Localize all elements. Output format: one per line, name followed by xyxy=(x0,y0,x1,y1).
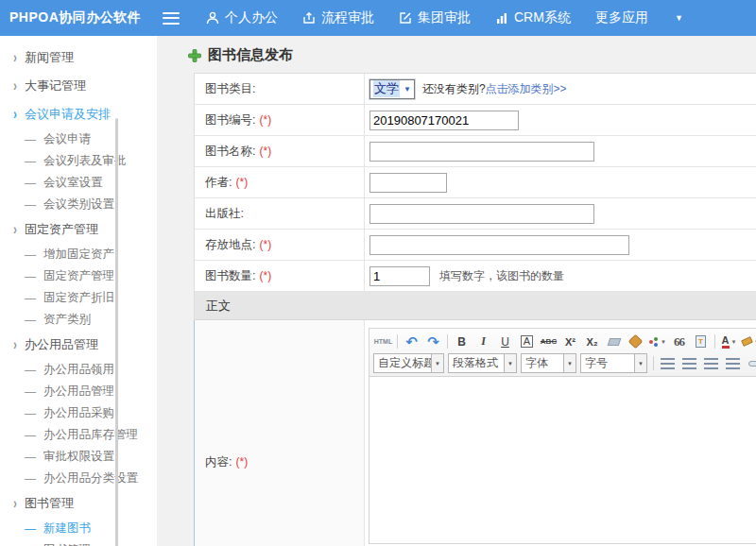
sidebar-item-label: 大事记管理 xyxy=(25,77,86,94)
sidebar-menu: ›新闻管理 ›大事记管理 ›会议申请及安排 —会议申请 —会议列表及审批 —会议… xyxy=(0,36,157,546)
edit-square-icon xyxy=(399,11,412,25)
sidebar-item-label: 新建图书 xyxy=(43,520,91,537)
paste-plain-icon[interactable]: T xyxy=(691,333,711,351)
font-size-select[interactable]: 字号▼ xyxy=(580,353,647,373)
nav-workflow-approval[interactable]: 流程审批 xyxy=(302,9,374,26)
more-apps-dropdown[interactable]: ▼ xyxy=(673,13,683,23)
custom-title-select[interactable]: 自定义标题▼ xyxy=(373,353,444,373)
book-number-input[interactable] xyxy=(369,111,519,130)
align-justify-icon[interactable] xyxy=(723,354,743,373)
editor-toolbar-row2: 自定义标题▼ 段落格式▼ 字体▼ 字号▼ xyxy=(372,352,756,374)
font-family-select[interactable]: 字体▼ xyxy=(521,353,576,373)
sidebar-item-supplies-category[interactable]: —办公用品分类设置 xyxy=(0,468,157,489)
eraser-icon[interactable] xyxy=(604,333,624,351)
html-source-button[interactable]: HTML xyxy=(373,333,393,351)
undo-icon[interactable]: ↶ xyxy=(402,333,421,351)
form-row-author: 作者:(*) xyxy=(195,167,756,198)
dash-icon: — xyxy=(25,292,36,305)
hamburger-menu-icon[interactable] xyxy=(163,12,180,25)
sidebar-item-label: 固定资产管理 xyxy=(25,221,98,238)
blockquote-icon[interactable]: 66 xyxy=(669,333,689,351)
book-form: 图书类目: 文学 ▼ 还没有类别? 点击添加类别>> 图书编号:(*) xyxy=(194,73,756,546)
quantity-input[interactable] xyxy=(369,266,430,286)
highlight-color-icon[interactable]: ▼ xyxy=(741,333,756,351)
page-title-text: 图书信息发布 xyxy=(208,46,293,64)
sidebar-item-meeting-category[interactable]: —会议类别设置 xyxy=(0,194,157,215)
nav-crm-system[interactable]: CRM系统 xyxy=(495,9,571,26)
sidebar-item-approval-permission[interactable]: —审批权限设置 xyxy=(0,446,157,468)
subscript-icon[interactable]: X₂ xyxy=(582,333,602,351)
sidebar-item-meeting-apply[interactable]: —会议申请 xyxy=(0,128,157,150)
underline-icon[interactable]: U xyxy=(495,333,515,351)
font-color-icon[interactable]: A▼ xyxy=(719,333,739,351)
dash-icon: — xyxy=(25,248,36,262)
sidebar-item-supplies-management[interactable]: —办公用品管理 xyxy=(0,381,157,402)
redo-icon[interactable]: ↷ xyxy=(423,333,443,351)
sidebar-item-asset-depreciation[interactable]: —固定资产折旧 xyxy=(0,287,157,309)
format-brush-icon[interactable] xyxy=(626,333,645,351)
align-left-icon[interactable] xyxy=(658,354,678,373)
chevron-right-icon: › xyxy=(13,221,17,238)
nav-label: 个人办公 xyxy=(225,9,278,26)
chevron-right-icon: › xyxy=(13,77,17,94)
page-title: 图书信息发布 xyxy=(188,46,756,64)
sidebar-item-new-book[interactable]: —新建图书 xyxy=(0,518,157,539)
sidebar-item-meeting-room[interactable]: —会议室设置 xyxy=(0,172,157,194)
publisher-input[interactable] xyxy=(369,204,594,224)
auto-format-icon[interactable]: ▼ xyxy=(647,333,667,351)
sidebar-item-asset-category[interactable]: —资产类别 xyxy=(0,309,157,331)
form-row-book-name: 图书名称:(*) xyxy=(195,136,756,167)
superscript-icon[interactable]: X² xyxy=(560,333,580,351)
sidebar-item-label: 固定资产管理 xyxy=(43,268,114,284)
chevron-right-icon: › xyxy=(13,336,17,353)
sidebar-item-supplies-claim[interactable]: —办公用品领用 xyxy=(0,359,157,381)
book-name-input[interactable] xyxy=(369,142,594,162)
author-input[interactable] xyxy=(369,173,447,193)
insert-link-icon[interactable] xyxy=(745,354,756,373)
autotypeset-icon[interactable]: A xyxy=(521,335,533,348)
sidebar-item-fixed-assets[interactable]: ›固定资产管理 xyxy=(0,215,157,244)
sidebar-item-supplies-purchase[interactable]: —办公用品采购 xyxy=(0,402,157,424)
field-label: 出版社: xyxy=(205,206,244,222)
sidebar-scrollbar[interactable] xyxy=(115,118,118,546)
sidebar-item-add-asset[interactable]: —增加固定资产 xyxy=(0,244,157,265)
app-logo: PHPOA协同办公软件 xyxy=(0,9,163,26)
sidebar-item-book-management[interactable]: ›图书管理 xyxy=(0,489,157,518)
required-marker: (*) xyxy=(259,145,271,158)
location-input[interactable] xyxy=(369,235,629,255)
chevron-right-icon: › xyxy=(13,495,17,512)
italic-icon[interactable]: I xyxy=(473,333,493,351)
sidebar-item-meeting-list[interactable]: —会议列表及审批 xyxy=(0,150,157,172)
sidebar-item-news-management[interactable]: ›新闻管理 xyxy=(0,43,157,72)
sidebar-item-meeting-request[interactable]: ›会议申请及安排 xyxy=(0,100,157,128)
paragraph-format-select[interactable]: 段落格式▼ xyxy=(448,353,517,373)
sidebar-item-label: 固定资产折旧 xyxy=(43,290,114,306)
sidebar-item-label: 办公用品管理 xyxy=(25,336,98,353)
nav-personal-office[interactable]: 个人办公 xyxy=(206,9,278,26)
caret-down-icon: ▼ xyxy=(504,354,516,372)
dash-icon: — xyxy=(25,198,36,212)
book-category-select[interactable]: 文学 ▼ xyxy=(369,79,415,99)
sidebar-item-label: 办公用品库存管理 xyxy=(43,427,138,443)
sidebar-item-events-management[interactable]: ›大事记管理 xyxy=(0,72,157,100)
align-right-icon[interactable] xyxy=(701,354,721,373)
sidebar-item-office-supplies[interactable]: ›办公用品管理 xyxy=(0,331,157,359)
align-center-icon[interactable] xyxy=(679,354,699,373)
dash-icon: — xyxy=(25,451,36,464)
strikethrough-icon[interactable]: ABC xyxy=(539,333,558,351)
bold-icon[interactable]: B xyxy=(452,333,472,351)
sidebar-item-label: 审批权限设置 xyxy=(43,449,114,465)
form-row-content: 内容: (*) HTML ↶ ↷ xyxy=(194,320,756,546)
sidebar-item-label: 会议室设置 xyxy=(43,175,103,191)
dash-icon: — xyxy=(25,133,36,146)
sidebar-item-supplies-inventory[interactable]: —办公用品库存管理 xyxy=(0,424,157,446)
caret-down-icon: ▼ xyxy=(431,354,443,372)
caret-down-icon: ▼ xyxy=(675,13,683,23)
sidebar-item-asset-management[interactable]: —固定资产管理 xyxy=(0,265,157,287)
sidebar-item-book-manage[interactable]: —图书管理 xyxy=(0,539,157,546)
add-category-link[interactable]: 点击添加类别>> xyxy=(486,81,567,97)
nav-group-approval[interactable]: 集团审批 xyxy=(399,9,471,26)
editor-content-area[interactable] xyxy=(369,377,756,543)
nav-more-apps[interactable]: 更多应用 xyxy=(595,9,648,26)
editor-toolbar-row1: HTML ↶ ↷ B I U A ABC xyxy=(372,331,756,352)
